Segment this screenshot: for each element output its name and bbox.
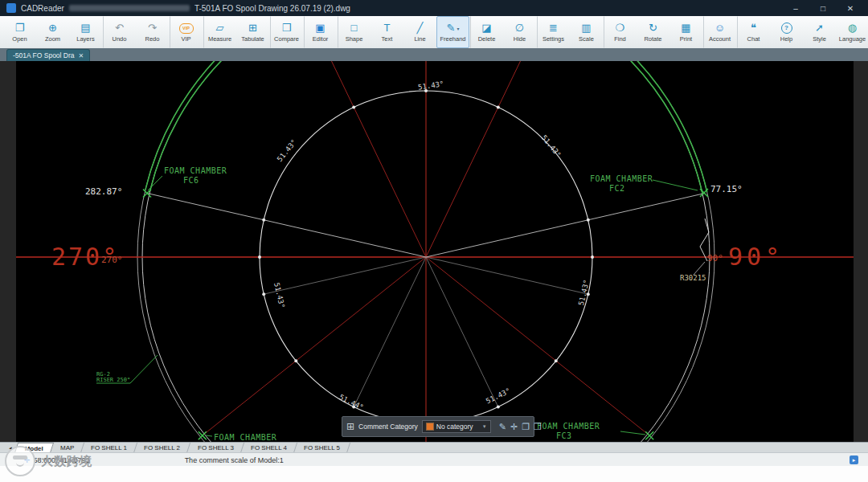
chevron-down-icon[interactable]: ▾ bbox=[457, 26, 459, 31]
toolbar-button-print[interactable]: ▦Print bbox=[669, 16, 702, 48]
category-grid-icon[interactable]: ⊞ bbox=[346, 422, 354, 431]
foam-chamber-fc3-line2: FC3 bbox=[556, 431, 572, 440]
vip-icon: VIP bbox=[179, 23, 194, 34]
foam-chamber-fc2-line2: FC2 bbox=[609, 184, 625, 193]
document-title: T-501A FO Spool Drawing 26.07.19 (2).dwg bbox=[194, 4, 350, 13]
sheet-tab-bar: ◄ Model MAP FO SHELL 1 FO SHELL 2 FO SHE… bbox=[0, 442, 868, 453]
category-dropdown[interactable]: No category ▼ bbox=[422, 420, 491, 433]
comment-category-label: Comment Category bbox=[358, 423, 418, 431]
hide-icon: ∅ bbox=[515, 22, 524, 34]
redacted-title-segment bbox=[69, 5, 190, 11]
zoom-icon: ⊕ bbox=[48, 22, 57, 34]
style-icon: ➚ bbox=[815, 22, 824, 34]
angle-label: 51.43° bbox=[276, 138, 298, 164]
maximize-button[interactable]: □ bbox=[812, 4, 834, 13]
riser-note: RG-2 RISER 250° bbox=[96, 371, 130, 383]
foam-chamber-fc6-line2: FC6 bbox=[183, 176, 199, 185]
radius-leader-line bbox=[694, 262, 705, 275]
delete-icon: ◪ bbox=[481, 22, 491, 34]
app-name: CADReader bbox=[21, 4, 64, 13]
settings-icon: ≣ bbox=[549, 22, 558, 34]
editor-icon: ▣ bbox=[315, 22, 325, 34]
dimension-77: 77.15° bbox=[710, 184, 743, 194]
chat-icon: ❝ bbox=[751, 22, 756, 34]
toolbar-button-tabulate[interactable]: ⊞Tabulate bbox=[236, 16, 269, 48]
toolbar-button-open[interactable]: ❐Open bbox=[3, 16, 36, 48]
toolbar-button-compare[interactable]: ❒Compare bbox=[270, 16, 303, 48]
sheet-nav-arrow-icon[interactable]: ◄ bbox=[8, 446, 13, 451]
find-icon: ❍ bbox=[616, 22, 625, 34]
toolbar-button-line[interactable]: ╱Line bbox=[403, 16, 436, 48]
axis-label-90-small: 90° bbox=[707, 253, 723, 263]
angle-label: 51.43° bbox=[272, 282, 286, 309]
language-icon: ◍ bbox=[848, 22, 857, 34]
angle-label: 51.43° bbox=[540, 133, 563, 159]
cad-drawing: 51.43° 51.43° 51.43° 51.43° 51.44° 51.43… bbox=[16, 61, 854, 442]
axis-label-90-big: 90° bbox=[728, 243, 784, 271]
coordinate-readout: 58.600, 414.0793 bbox=[34, 456, 90, 464]
toolbar-button-scale[interactable]: ▥Scale bbox=[570, 16, 603, 48]
app-icon bbox=[6, 3, 16, 13]
crosshair-icon: ✛ bbox=[24, 456, 31, 464]
toolbar-button-layers[interactable]: ▤Layers bbox=[69, 16, 102, 48]
toolbar-button-chat[interactable]: ❝Chat bbox=[737, 16, 770, 48]
foam-chamber-bl-line1: FOAM CHAMBER bbox=[214, 433, 277, 442]
toolbar-button-delete[interactable]: ◪Delete bbox=[470, 16, 503, 48]
status-notification-icon[interactable]: ▸ bbox=[850, 455, 858, 464]
dimension-282: 282.87° bbox=[85, 186, 122, 197]
toolbar-button-measure[interactable]: ▱Measure bbox=[203, 16, 236, 48]
category-color-swatch bbox=[426, 423, 434, 431]
category-value: No category bbox=[436, 423, 480, 431]
freehand-icon: ✎ bbox=[447, 22, 456, 34]
paste-comment-icon[interactable]: ❒ bbox=[534, 422, 542, 431]
toolbar-button-shape[interactable]: □Shape bbox=[338, 16, 371, 48]
toolbar-button-settings[interactable]: ≣Settings bbox=[537, 16, 570, 48]
line-icon: ╱ bbox=[417, 22, 424, 34]
toolbar-button-redo[interactable]: ↷Redo bbox=[136, 16, 169, 48]
status-message: The comment scale of Model:1 bbox=[185, 456, 284, 464]
print-icon: ▦ bbox=[681, 22, 690, 34]
toolbar-button-zoom[interactable]: ⊕Zoom bbox=[36, 16, 69, 48]
angle-label: 51.43° bbox=[417, 80, 444, 91]
axis-label-270-small: 270° bbox=[101, 255, 123, 265]
move-comment-icon[interactable]: ✛ bbox=[510, 422, 518, 431]
toolbar-button-hide[interactable]: ∅Hide bbox=[503, 16, 536, 48]
comment-toolbar: ⊞ Comment Category No category ▼ ✎ ✛ ❐ ❒ bbox=[342, 416, 534, 437]
bottom-strip bbox=[0, 466, 868, 482]
title-bar: CADReader T-501A FO Spool Drawing 26.07.… bbox=[0, 0, 868, 16]
riser-note-line2: RISER 250° bbox=[96, 377, 130, 383]
edit-comment-icon[interactable]: ✎ bbox=[499, 422, 506, 431]
shape-icon: □ bbox=[351, 22, 358, 34]
layers-icon: ▤ bbox=[80, 22, 90, 34]
main-toolbar: ❐Open ⊕Zoom ▤Layers ↶Undo ↷Redo VIPVIP ▱… bbox=[0, 16, 868, 49]
open-icon: ❐ bbox=[15, 22, 25, 34]
account-icon: ☺ bbox=[714, 22, 725, 34]
dropdown-caret-icon: ▼ bbox=[482, 424, 487, 429]
toolbar-button-rotate[interactable]: ↻Rotate bbox=[637, 16, 669, 48]
help-icon: ? bbox=[781, 22, 792, 34]
foam-chamber-fc2-line1: FOAM CHAMBER bbox=[590, 174, 653, 183]
toolbar-button-editor[interactable]: ▣Editor bbox=[304, 16, 337, 48]
tab-close-icon[interactable]: ✕ bbox=[79, 52, 84, 59]
toolbar-button-style[interactable]: ➚Style bbox=[803, 16, 836, 48]
drawing-canvas[interactable]: 51.43° 51.43° 51.43° 51.43° 51.44° 51.43… bbox=[16, 61, 854, 442]
toolbar-button-help[interactable]: ?Help bbox=[770, 16, 803, 48]
status-bar: ✛ 58.600, 414.0793 The comment scale of … bbox=[0, 452, 868, 467]
undo-icon: ↶ bbox=[115, 22, 124, 34]
toolbar-button-text[interactable]: TText bbox=[371, 16, 403, 48]
document-tab-label: -501A FO Spool Dra bbox=[13, 51, 75, 59]
toolbar-button-undo[interactable]: ↶Undo bbox=[103, 16, 136, 48]
minimize-button[interactable]: – bbox=[784, 4, 807, 13]
redo-icon: ↷ bbox=[148, 22, 157, 34]
copy-comment-icon[interactable]: ❐ bbox=[522, 422, 530, 431]
foam-chamber-fc3-line1: FOAM CHAMBER bbox=[537, 422, 600, 431]
text-icon: T bbox=[384, 22, 391, 34]
toolbar-button-language[interactable]: ◍Language bbox=[836, 16, 868, 48]
toolbar-button-vip[interactable]: VIPVIP bbox=[170, 16, 203, 48]
toolbar-button-find[interactable]: ❍Find bbox=[604, 16, 637, 48]
document-tab[interactable]: -501A FO Spool Dra ✕ bbox=[6, 49, 90, 61]
toolbar-button-account[interactable]: ☺Account bbox=[703, 16, 736, 48]
close-button[interactable]: ✕ bbox=[839, 4, 862, 13]
compare-icon: ❒ bbox=[282, 22, 292, 34]
toolbar-button-freehand[interactable]: ✎▾Freehand bbox=[436, 16, 469, 48]
